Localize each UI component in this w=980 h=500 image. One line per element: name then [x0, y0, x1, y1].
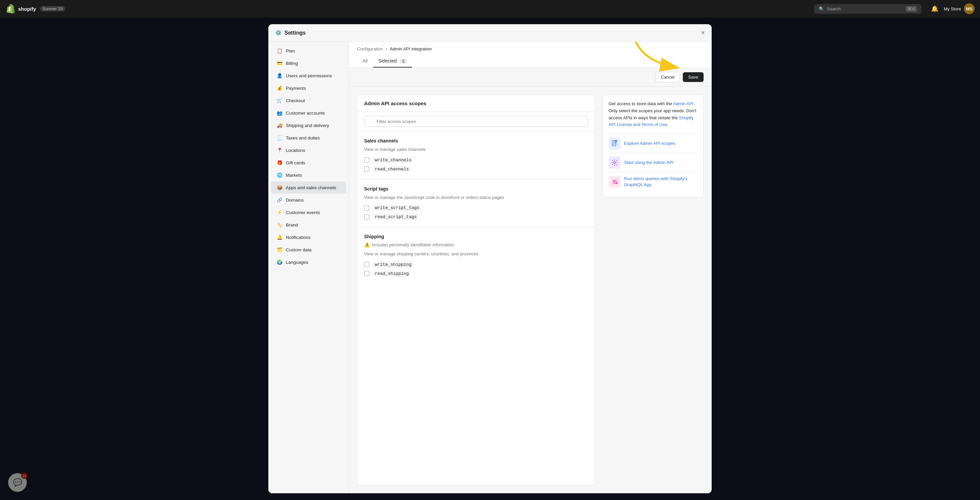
brand-icon: 🏷️: [277, 222, 282, 228]
locations-icon: 📍: [277, 147, 282, 153]
apps-icon: 📦: [277, 185, 282, 191]
run-demo-row[interactable]: Run demo queries with Shopify's GraphiQL…: [609, 172, 698, 191]
sidebar-label-users: Users and permissions: [286, 73, 332, 78]
sidebar-item-gift-cards[interactable]: 🎁 Gift cards: [271, 157, 346, 169]
explore-scopes-icon: [609, 137, 620, 150]
scope-row-write-script-tags: write_script_tags: [364, 205, 588, 211]
save-button[interactable]: Save: [683, 72, 703, 82]
custom-data-icon: 🗂️: [277, 247, 282, 253]
close-icon: ×: [701, 29, 705, 37]
shipping-warning: ⚠️ Includes personally identifiable info…: [364, 242, 588, 247]
modal-body: 📋 Plan 💳 Billing 👤 Users and permissions…: [268, 42, 712, 493]
shipping-icon: 🚚: [277, 122, 282, 128]
scope-section-shipping: Shipping ⚠️ Includes personally identifi…: [357, 227, 595, 283]
gear-settings-icon: [611, 159, 618, 166]
scope-row-read-script-tags: read_script_tags: [364, 214, 588, 220]
breadcrumb-parent[interactable]: Configuration: [357, 46, 383, 51]
breadcrumb-current: Admin API integration: [390, 46, 432, 51]
shipping-title: Shipping: [364, 234, 588, 239]
license-link[interactable]: Shopify API License and Terms of Use: [609, 115, 694, 127]
sidebar-label-taxes: Taxes and duties: [286, 135, 320, 140]
modal-header: ⚙️ Settings ×: [268, 24, 712, 42]
plan-icon: 📋: [277, 48, 282, 54]
tab-all[interactable]: All: [357, 55, 373, 67]
sidebar-label-checkout: Checkout: [286, 98, 305, 103]
sidebar-item-custom-data[interactable]: 🗂️ Custom data: [271, 244, 346, 256]
sidebar-label-languages: Languages: [286, 260, 308, 265]
write-script-tags-checkbox[interactable]: [364, 205, 369, 211]
info-text: Get access to store data with the Admin …: [609, 100, 698, 128]
content-area: Admin API access scopes 🔍 Sales channels…: [349, 87, 712, 493]
warning-circle-icon: ⚠️: [364, 242, 370, 247]
search-bar[interactable]: 🔍 Search ⌘ K: [814, 4, 921, 14]
modal-overlay: ⚙️ Settings × 📋 Plan 💳 Billing 👤 U: [0, 18, 980, 500]
read-script-tags-label: read_script_tags: [373, 214, 419, 220]
topbar: shopify Summer '23 🔍 Search ⌘ K 🔔 My Sto…: [0, 0, 980, 18]
sidebar-item-users[interactable]: 👤 Users and permissions: [271, 70, 346, 82]
payments-icon: 💰: [277, 85, 282, 91]
shipping-warning-text: Includes personally identifiable informa…: [372, 242, 454, 247]
scope-row-read-shipping: read_shipping: [364, 271, 588, 277]
sidebar-item-locations[interactable]: 📍 Locations: [271, 144, 346, 156]
sidebar-label-billing: Billing: [286, 61, 298, 66]
admin-api-link[interactable]: Admin API: [673, 101, 694, 106]
tab-selected[interactable]: Selected 2: [373, 55, 412, 67]
users-icon: 👤: [277, 73, 282, 79]
sidebar-item-domains[interactable]: 🔗 Domains: [271, 194, 346, 206]
sidebar-item-plan[interactable]: 📋 Plan: [271, 45, 346, 57]
sidebar-item-notifications[interactable]: 🔔 Notifications: [271, 231, 346, 243]
start-using-row[interactable]: Start using the Admin API: [609, 153, 698, 172]
modal-close-button[interactable]: ×: [701, 29, 705, 37]
logo-text: shopify: [18, 6, 36, 12]
document-icon: [611, 140, 618, 147]
sidebar-item-customer-accounts[interactable]: 👥 Customer accounts: [271, 107, 346, 119]
side-panel: Get access to store data with the Admin …: [603, 95, 703, 485]
sidebar-label-markets: Markets: [286, 173, 302, 178]
sidebar-item-payments[interactable]: 💰 Payments: [271, 82, 346, 94]
read-script-tags-checkbox[interactable]: [364, 214, 369, 220]
customer-events-icon: ⚡: [277, 209, 282, 215]
sidebar-item-apps[interactable]: 📦 Apps and sales channels: [271, 182, 346, 194]
sidebar-item-markets[interactable]: 🌐 Markets: [271, 169, 346, 181]
sidebar-label-custom-data: Custom data: [286, 247, 312, 252]
sidebar-item-taxes[interactable]: 🧾 Taxes and duties: [271, 132, 346, 144]
read-channels-checkbox[interactable]: [364, 166, 369, 172]
sidebar-item-customer-events[interactable]: ⚡ Customer events: [271, 206, 346, 218]
graphiql-icon: [611, 178, 618, 185]
write-channels-checkbox[interactable]: [364, 157, 369, 162]
notifications-icon: 🔔: [277, 234, 282, 240]
sidebar-label-payments: Payments: [286, 86, 306, 91]
start-using-icon: [609, 157, 620, 169]
actions-bar: Cancel Save: [349, 68, 712, 87]
sidebar-item-languages[interactable]: 🌍 Languages: [271, 256, 346, 268]
sidebar-item-checkout[interactable]: 🛒 Checkout: [271, 94, 346, 107]
content-header: Configuration › Admin API integration Al…: [349, 42, 712, 68]
read-shipping-checkbox[interactable]: [364, 271, 369, 276]
sidebar-label-apps: Apps and sales channels: [286, 185, 336, 190]
sidebar-item-brand[interactable]: 🏷️ Brand: [271, 219, 346, 231]
run-demo-icon: [609, 176, 620, 188]
notifications-bell-icon[interactable]: 🔔: [931, 5, 939, 13]
sidebar-label-plan: Plan: [286, 48, 295, 53]
version-badge: Summer '23: [40, 6, 65, 11]
main-content: Configuration › Admin API integration Al…: [349, 42, 712, 493]
breadcrumb-separator: ›: [385, 46, 387, 51]
sales-channels-checkboxes: write_channels read_channels: [364, 157, 588, 172]
store-selector[interactable]: My Store MS: [944, 3, 975, 14]
sidebar-label-customer-events: Customer events: [286, 210, 320, 215]
scope-section-script-tags: Script tags View or manage the JavaScrip…: [357, 180, 595, 228]
explore-scopes-row[interactable]: Explore Admin API scopes: [609, 134, 698, 153]
sidebar-item-shipping[interactable]: 🚚 Shipping and delivery: [271, 119, 346, 131]
write-channels-label: write_channels: [373, 157, 414, 163]
cancel-button[interactable]: Cancel: [655, 72, 680, 82]
store-name: My Store: [944, 6, 961, 11]
domains-icon: 🔗: [277, 197, 282, 203]
write-shipping-checkbox[interactable]: [364, 262, 369, 267]
script-tags-description: View or manage the JavaScript code in st…: [364, 194, 588, 201]
filter-input[interactable]: [364, 116, 588, 127]
sidebar-label-locations: Locations: [286, 148, 305, 153]
sidebar-item-billing[interactable]: 💳 Billing: [271, 57, 346, 69]
sales-channels-description: View or manage sales channels: [364, 146, 588, 153]
start-using-label: Start using the Admin API: [624, 159, 673, 166]
api-scopes-panel: Admin API access scopes 🔍 Sales channels…: [357, 95, 595, 485]
